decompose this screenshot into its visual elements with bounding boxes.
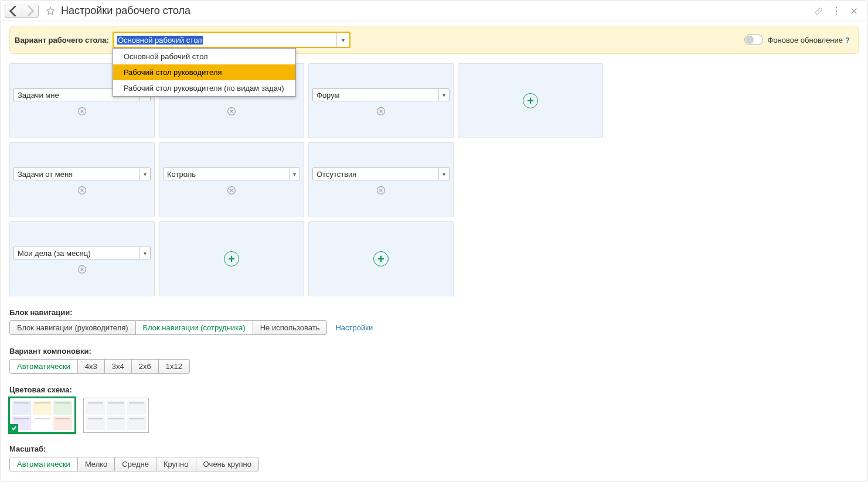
- check-icon: [10, 424, 18, 432]
- tile: Задачи от меня▾: [9, 142, 155, 217]
- tile: Котроль▾: [159, 142, 304, 217]
- page-title: Настройки рабочего стола: [61, 5, 190, 17]
- more-menu-icon[interactable]: ⋮: [829, 4, 843, 18]
- tile-remove-button[interactable]: [77, 264, 87, 275]
- tile: Отсутствия▾: [308, 142, 454, 217]
- variant-select-value: Основной рабочий стол: [117, 36, 203, 45]
- forward-button[interactable]: [22, 5, 38, 17]
- tile-select-dropdown-button[interactable]: ▾: [438, 89, 449, 101]
- layout-variant-label: Вариант компоновки:: [9, 347, 859, 355]
- variant-dropdown-list: Основной рабочий столРабочий стол руково…: [113, 48, 296, 97]
- scale-group: АвтоматическиМелкоСреднеКрупноОчень круп…: [9, 457, 259, 471]
- tile-select-dropdown-button[interactable]: ▾: [139, 168, 150, 180]
- tile-remove-button[interactable]: [77, 185, 87, 196]
- segment-button[interactable]: Автоматически: [9, 457, 78, 471]
- color-scheme-label: Цветовая схема:: [9, 385, 859, 394]
- variant-label: Вариант рабочего стола:: [15, 36, 109, 45]
- color-scheme-colored[interactable]: [9, 398, 75, 433]
- tile-select[interactable]: Мои дела (за месяц)▾: [13, 247, 151, 259]
- tiles-grid: Задачи мне▾Форум▾+Задачи от меня▾Котроль…: [9, 63, 859, 296]
- tile-add-button[interactable]: +: [523, 93, 538, 108]
- nav-block-group: Блок навигации (руководителя)Блок навига…: [9, 320, 327, 335]
- nav-buttons: [5, 5, 39, 18]
- segment-button[interactable]: Очень крупно: [196, 457, 259, 471]
- segment-button[interactable]: 1x12: [158, 359, 190, 374]
- layout-variant-group: Автоматически4x33x42x61x12: [9, 359, 190, 374]
- variant-option[interactable]: Рабочий стол руководителя: [113, 64, 295, 80]
- help-icon[interactable]: ?: [845, 36, 850, 45]
- tile-add-button[interactable]: +: [224, 251, 239, 266]
- nav-settings-link[interactable]: Настройки: [335, 323, 373, 332]
- tile-select[interactable]: Задачи от меня▾: [13, 167, 151, 180]
- tile-select-value: Задачи от меня: [14, 168, 139, 180]
- segment-button[interactable]: Блок навигации (сотрудника): [135, 320, 253, 335]
- variant-banner: Вариант рабочего стола: Основной рабочий…: [9, 26, 859, 54]
- tile: +: [308, 221, 454, 296]
- segment-button[interactable]: Не использовать: [253, 320, 328, 335]
- tile-add-button[interactable]: +: [373, 251, 389, 266]
- segment-button[interactable]: Крупно: [156, 457, 196, 471]
- tile-select-dropdown-button[interactable]: ▾: [438, 168, 449, 180]
- segment-button[interactable]: Автоматически: [9, 359, 78, 374]
- tile-empty: [458, 221, 603, 296]
- tile-remove-button[interactable]: [226, 185, 237, 196]
- tile-select-dropdown-button[interactable]: ▾: [289, 168, 299, 180]
- tile-remove-button[interactable]: [226, 106, 237, 117]
- tile-select[interactable]: Форум▾: [312, 88, 450, 101]
- segment-button[interactable]: 3x4: [104, 359, 132, 374]
- segment-button[interactable]: Средне: [114, 457, 156, 471]
- segment-button[interactable]: Блок навигации (руководителя): [9, 320, 136, 335]
- tile-select-value: Форум: [313, 89, 438, 101]
- header-bar: Настройки рабочего стола ⋮: [1, 1, 867, 21]
- color-scheme-row: [9, 398, 859, 433]
- app-frame: Настройки рабочего стола ⋮ Вариант рабоч…: [1, 1, 867, 481]
- segment-button[interactable]: 2x6: [131, 359, 159, 374]
- tile: +: [159, 221, 304, 296]
- tile: +: [458, 63, 603, 138]
- variant-option[interactable]: Основной рабочий стол: [113, 49, 295, 64]
- tile-select-value: Мои дела (за месяц): [14, 247, 139, 259]
- nav-block-label: Блок навигации:: [9, 308, 859, 317]
- tile-select[interactable]: Котроль▾: [163, 167, 300, 180]
- color-scheme-gray[interactable]: [83, 398, 149, 433]
- tile-select-dropdown-button[interactable]: ▾: [139, 247, 150, 259]
- variant-select[interactable]: Основной рабочий стол ▾ Основной рабочий…: [113, 32, 350, 48]
- variant-option[interactable]: Рабочий стол руководителя (по видам зада…: [113, 80, 295, 96]
- scale-label: Масштаб:: [9, 445, 859, 453]
- content-area: Задачи мне▾Форум▾+Задачи от меня▾Котроль…: [1, 54, 867, 480]
- back-button[interactable]: [5, 5, 22, 17]
- tile: Мои дела (за месяц)▾: [9, 221, 155, 296]
- segment-button[interactable]: 4x3: [77, 359, 105, 374]
- tile-remove-button[interactable]: [376, 185, 386, 196]
- tile-select-value: Отсутствия: [313, 168, 438, 180]
- link-icon[interactable]: [812, 4, 826, 18]
- variant-dropdown-button[interactable]: ▾: [336, 33, 349, 47]
- toggle-knob: [746, 36, 754, 44]
- tile-empty: [458, 142, 603, 217]
- tile-remove-button[interactable]: [77, 106, 87, 117]
- close-icon[interactable]: [847, 4, 861, 18]
- tile: Форум▾: [308, 63, 454, 138]
- tile-remove-button[interactable]: [376, 106, 386, 117]
- segment-button[interactable]: Мелко: [77, 457, 115, 471]
- tile-select[interactable]: Отсутствия▾: [312, 167, 450, 180]
- bg-update-label: Фоновое обновление: [768, 36, 843, 45]
- variant-select-input[interactable]: Основной рабочий стол: [114, 33, 336, 47]
- favorite-star-icon[interactable]: [45, 5, 56, 17]
- bg-update-toggle[interactable]: [744, 35, 763, 45]
- tile-select-value: Котроль: [164, 168, 289, 180]
